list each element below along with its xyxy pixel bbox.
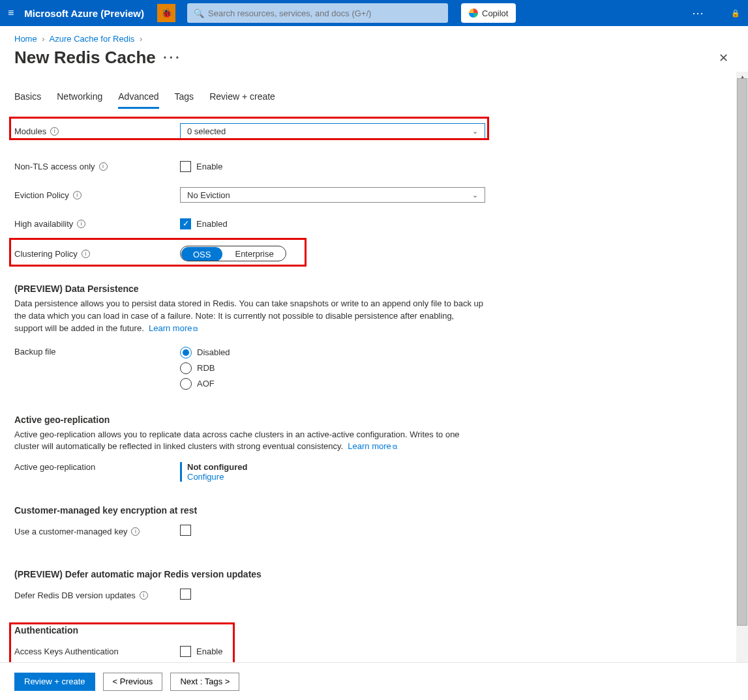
scrollbar-thumb[interactable] bbox=[737, 78, 747, 626]
auth-cb-label: Enable bbox=[196, 647, 222, 656]
row-clustering: Clustering Policy i OSS Enterprise bbox=[14, 242, 722, 265]
copilot-icon bbox=[469, 8, 478, 18]
backup-radio-disabled[interactable]: Disabled bbox=[180, 347, 485, 358]
geo-status-value: Not configured bbox=[187, 462, 485, 472]
row-geo: Active geo-replication Not configured Co… bbox=[14, 462, 722, 486]
row-cmk: Use a customer-managed key i bbox=[14, 519, 722, 543]
breadcrumb-home[interactable]: Home bbox=[14, 34, 37, 44]
row-eviction: Eviction Policy i No Eviction ⌄ bbox=[14, 183, 722, 207]
nontls-label: Non-TLS access only bbox=[14, 162, 95, 171]
nontls-checkbox[interactable] bbox=[180, 161, 191, 172]
more-icon[interactable]: ⋯ bbox=[692, 6, 705, 20]
persistence-learn-more[interactable]: Learn more⧉ bbox=[149, 323, 198, 333]
breadcrumb: Home › Azure Cache for Redis › bbox=[0, 26, 748, 46]
cluster-toggle[interactable]: OSS Enterprise bbox=[180, 246, 286, 261]
ha-cb-label: Enabled bbox=[196, 219, 228, 229]
eviction-dropdown[interactable]: No Eviction ⌄ bbox=[180, 187, 485, 203]
info-icon[interactable]: i bbox=[99, 162, 108, 171]
cmk-label: Use a customer-managed key bbox=[14, 527, 127, 536]
geo-heading: Active geo-replication bbox=[14, 415, 722, 425]
chevron-right-icon: › bbox=[140, 34, 142, 44]
lock-icon: 🔒 bbox=[731, 9, 740, 18]
cluster-opt-oss[interactable]: OSS bbox=[181, 247, 222, 261]
menu-icon[interactable]: ≡ bbox=[8, 7, 14, 19]
search-icon: 🔍 bbox=[194, 8, 204, 18]
chevron-down-icon: ⌄ bbox=[472, 127, 478, 136]
chevron-right-icon: › bbox=[42, 34, 44, 44]
row-nontls: Non-TLS access only i Enable bbox=[14, 154, 722, 178]
geo-desc: Active geo-replication allows you to rep… bbox=[14, 429, 484, 454]
nontls-cb-label: Enable bbox=[196, 162, 222, 171]
info-icon[interactable]: i bbox=[50, 127, 59, 136]
row-auth: Access Keys Authentication Enable bbox=[14, 639, 722, 663]
info-icon[interactable]: i bbox=[140, 591, 148, 600]
tab-networking[interactable]: Networking bbox=[57, 91, 102, 109]
persistence-desc: Data persistence allows you to persist d… bbox=[14, 298, 484, 335]
info-icon[interactable]: i bbox=[82, 250, 90, 258]
defer-label: Defer Redis DB version updates bbox=[14, 591, 136, 600]
next-button[interactable]: Next : Tags > bbox=[170, 673, 239, 691]
close-icon[interactable]: ✕ bbox=[713, 48, 734, 68]
auth-checkbox[interactable] bbox=[180, 646, 191, 657]
title-more-icon[interactable]: • • • bbox=[164, 53, 179, 63]
defer-heading: (PREVIEW) Defer automatic major Redis ve… bbox=[14, 569, 722, 579]
cmk-checkbox[interactable] bbox=[180, 525, 191, 536]
ha-checkbox[interactable]: ✓ bbox=[180, 218, 191, 229]
radio-icon bbox=[180, 362, 192, 374]
page-title: New Redis Cache bbox=[14, 48, 156, 68]
auth-heading: Authentication bbox=[14, 625, 722, 635]
ha-label: High availability bbox=[14, 219, 73, 229]
info-icon[interactable]: i bbox=[131, 527, 140, 536]
external-link-icon: ⧉ bbox=[393, 443, 397, 450]
search-box[interactable]: 🔍 bbox=[187, 3, 448, 23]
modules-dropdown[interactable]: 0 selected ⌄ bbox=[180, 123, 485, 139]
row-defer: Defer Redis DB version updates i bbox=[14, 583, 722, 607]
row-ha: High availability i ✓ Enabled bbox=[14, 212, 722, 235]
geo-row-label: Active geo-replication bbox=[14, 462, 95, 472]
topbar: ≡ Microsoft Azure (Preview) 🐞 🔍 Copilot … bbox=[0, 0, 748, 26]
modules-value: 0 selected bbox=[187, 126, 226, 136]
info-icon[interactable]: i bbox=[77, 220, 85, 228]
eviction-label: Eviction Policy bbox=[14, 190, 69, 200]
chevron-down-icon: ⌄ bbox=[472, 191, 478, 199]
bug-icon[interactable]: 🐞 bbox=[157, 4, 175, 22]
auth-section: Authentication Access Keys Authenticatio… bbox=[14, 625, 722, 663]
cmk-heading: Customer-managed key encryption at rest bbox=[14, 505, 722, 516]
row-backup: Backup file Disabled RDB AOF bbox=[14, 347, 722, 390]
brand-title[interactable]: Microsoft Azure (Preview) bbox=[24, 8, 144, 19]
geo-status: Not configured Configure bbox=[180, 462, 485, 482]
previous-button[interactable]: < Previous bbox=[103, 673, 163, 691]
backup-label: Backup file bbox=[14, 347, 56, 357]
geo-learn-more[interactable]: Learn more⧉ bbox=[348, 441, 396, 451]
geo-configure-link[interactable]: Configure bbox=[187, 472, 224, 482]
external-link-icon: ⧉ bbox=[193, 325, 198, 332]
tab-tags[interactable]: Tags bbox=[175, 91, 194, 109]
cluster-label: Clustering Policy bbox=[14, 249, 78, 259]
footer: Review + create < Previous Next : Tags > bbox=[0, 662, 748, 700]
backup-radio-rdb[interactable]: RDB bbox=[180, 362, 485, 374]
eviction-value: No Eviction bbox=[187, 190, 230, 200]
radio-icon bbox=[180, 378, 192, 390]
radio-icon bbox=[180, 347, 192, 358]
breadcrumb-parent[interactable]: Azure Cache for Redis bbox=[50, 34, 135, 44]
copilot-button[interactable]: Copilot bbox=[461, 3, 516, 23]
title-row: New Redis Cache • • • ✕ bbox=[0, 46, 748, 72]
backup-radio-aof[interactable]: AOF bbox=[180, 378, 485, 390]
content-pane: Basics Networking Advanced Tags Review +… bbox=[0, 72, 748, 679]
defer-checkbox[interactable] bbox=[180, 589, 191, 600]
persistence-heading: (PREVIEW) Data Persistence bbox=[14, 284, 722, 294]
cluster-opt-enterprise[interactable]: Enterprise bbox=[223, 246, 285, 261]
row-modules: Modules i 0 selected ⌄ bbox=[14, 119, 722, 143]
tab-review[interactable]: Review + create bbox=[209, 91, 275, 109]
tab-advanced[interactable]: Advanced bbox=[118, 91, 158, 109]
copilot-label: Copilot bbox=[482, 8, 508, 18]
backup-radio-group: Disabled RDB AOF bbox=[180, 347, 485, 390]
auth-label: Access Keys Authentication bbox=[14, 647, 119, 656]
search-input[interactable] bbox=[208, 8, 441, 18]
review-create-button[interactable]: Review + create bbox=[14, 673, 95, 691]
tab-basics[interactable]: Basics bbox=[14, 91, 41, 109]
modules-label: Modules bbox=[14, 126, 46, 136]
info-icon[interactable]: i bbox=[73, 191, 82, 199]
tabs: Basics Networking Advanced Tags Review +… bbox=[14, 91, 722, 109]
